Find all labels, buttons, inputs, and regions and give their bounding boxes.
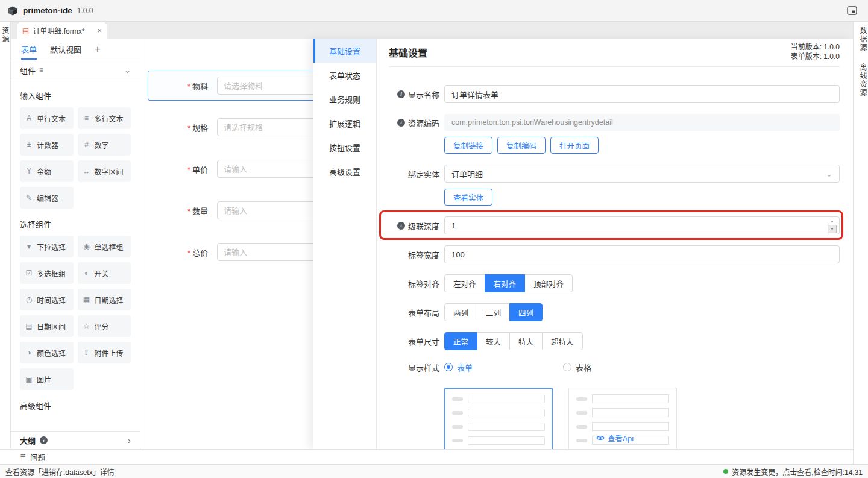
component-item-editor[interactable]: ✎编辑器 [20,187,74,209]
settings-content: 基础设置 当前版本: 1.0.0 表单版本: 1.0.0 i显示名称 i资源编码… [377,39,853,449]
component-panel: 表单 默认视图 + 组件 ≡ ⌄ 输入组件 A单行文本 ≡多行文本 ±计数器 #… [11,39,140,449]
components-header[interactable]: 组件 ≡ ⌄ [11,60,140,80]
size-normal-button[interactable]: 正常 [444,332,477,350]
color-picker-icon: ◑ [25,348,33,357]
status-right-text: 资源发生变更，点击查看,检查时间:14:31 [732,467,863,477]
copy-code-button[interactable]: 复制编码 [497,137,546,154]
component-item-color-picker[interactable]: ◑颜色选择 [20,342,74,363]
total-price-input[interactable] [217,243,313,261]
four-column-button[interactable]: 四列 [509,303,542,321]
resources-strip-label[interactable]: 资源 [0,27,10,43]
radio-table[interactable] [563,363,571,371]
copy-link-button[interactable]: 复制链接 [444,137,492,154]
window-layout-icon[interactable] [847,6,857,15]
view-api-link[interactable]: 查看Api [594,432,635,444]
size-xxlarge-button[interactable]: 超特大 [542,332,583,350]
editor-icon: ✎ [25,193,33,202]
form-size-group: 正常 较大 特大 超特大 [444,332,583,350]
section-title-select: 选择组件 [20,218,131,230]
amount-icon: ¥ [25,167,33,175]
component-item-number-range[interactable]: ↔数字区间 [78,160,131,182]
info-icon: i [397,90,405,98]
list-icon: ≣ [20,453,26,461]
component-item-multiline-text[interactable]: ≡多行文本 [78,107,131,129]
view-tabs: 表单 默认视图 + [11,39,140,60]
datasource-strip-label[interactable]: 数据源 [854,27,868,58]
outline-label: 大纲 [20,435,36,446]
component-item-switch[interactable]: ◐开关 [78,262,131,284]
canvas-field-quantity[interactable]: *数量 [140,201,313,219]
component-item-dropdown-select[interactable]: ▾下拉选择 [20,236,74,257]
canvas-field-spec[interactable]: *规格 [140,118,313,136]
spinner-down-icon[interactable]: ▾ [828,225,837,233]
settings-nav-basic[interactable]: 基础设置 [313,39,376,63]
components-menu-icon: ≡ [39,66,43,74]
status-right[interactable]: 资源发生变更，点击查看,检查时间:14:31 [723,467,863,477]
component-item-single-line-text[interactable]: A单行文本 [20,107,74,129]
canvas-field-unit-price[interactable]: *单价 [140,160,313,178]
multiline-text-icon: ≡ [83,114,91,122]
settings-nav-advanced[interactable]: 高级设置 [313,159,376,183]
align-right-button[interactable]: 右对齐 [485,274,526,292]
size-large-button[interactable]: 较大 [477,332,510,350]
component-item-counter[interactable]: ±计数器 [20,134,74,156]
align-top-button[interactable]: 顶部对齐 [524,274,573,292]
label-width-input[interactable] [444,245,840,263]
component-item-amount[interactable]: ¥金额 [20,160,74,182]
form-version: 表单版本: 1.0.0 [791,52,840,61]
table-style-preview-card[interactable]: 查看Api [568,388,677,449]
component-item-time-picker[interactable]: ◷时间选择 [20,289,74,310]
bind-entity-select[interactable]: 订单明细 ⌄ [444,165,840,183]
component-item-date-picker[interactable]: ▦日期选择 [78,289,131,310]
problems-bar[interactable]: ≣ 问题 [0,449,853,464]
tab-default-view[interactable]: 默认视图 [50,39,81,60]
canvas-field-material[interactable]: *物料 [140,77,313,95]
component-item-file-upload[interactable]: ⇧附件上传 [78,342,131,363]
material-input[interactable] [217,77,313,95]
canvas-field-total-price[interactable]: *总价 [140,243,313,261]
outline-expand-chevron-icon[interactable]: › [128,436,131,445]
component-item-date-range[interactable]: ▤日期区间 [20,315,74,337]
align-left-button[interactable]: 左对齐 [444,274,485,292]
cascade-depth-input[interactable] [444,216,840,234]
row-label-align: 标签对齐 左对齐 右对齐 顶部对齐 [389,274,840,292]
required-icon: * [187,82,190,91]
offline-resources-strip-label[interactable]: 离线资源 [854,63,868,97]
collapse-chevron-icon[interactable]: ⌄ [124,66,131,75]
quantity-input[interactable] [217,201,313,219]
time-picker-icon: ◷ [25,295,33,304]
outline-bar[interactable]: 大纲 i › [11,431,140,449]
size-xlarge-button[interactable]: 特大 [509,332,542,350]
close-tab-icon[interactable]: × [97,26,102,35]
two-column-button[interactable]: 两列 [444,303,477,321]
tab-form[interactable]: 表单 [21,39,37,60]
date-range-icon: ▤ [25,322,33,330]
row-display-name: i显示名称 [389,85,840,103]
settings-nav-business-rules[interactable]: 业务规则 [313,87,376,111]
three-column-button[interactable]: 三列 [477,303,510,321]
settings-nav-button-settings[interactable]: 按钮设置 [313,135,376,159]
settings-nav-form-state[interactable]: 表单状态 [313,63,376,87]
outline-info-icon: i [40,436,48,444]
app-title: primeton-ide [23,6,72,15]
component-item-radio-group[interactable]: ◉单选框组 [78,236,131,257]
component-item-number[interactable]: #数字 [78,134,131,156]
form-style-preview-card[interactable] [444,388,553,449]
open-page-button[interactable]: 打开页面 [550,137,599,154]
component-item-image[interactable]: ▣图片 [20,368,74,390]
status-left-text[interactable]: 查看资源「进销存.datasetx」详情 [5,467,115,477]
editor-tab-order-detail[interactable]: ▤ 订单明细.formx* × [17,22,107,39]
display-name-input[interactable] [444,85,840,103]
component-item-checkbox-group[interactable]: ☑多选框组 [20,262,74,284]
unit-price-input[interactable] [217,160,313,178]
spinner-up-icon[interactable]: ▴ [828,218,837,225]
add-view-button[interactable]: + [95,43,101,55]
settings-nav-extended-logic[interactable]: 扩展逻辑 [313,111,376,135]
spec-input[interactable] [217,118,313,136]
section-title-advanced: 高级组件 [20,400,131,411]
component-item-rating[interactable]: ☆评分 [78,315,131,337]
resources-side-strip[interactable]: 资源 [0,22,11,449]
row-cascade-depth: i级联深度 ▴ ▾ [389,216,840,234]
view-entity-button[interactable]: 查看实体 [444,189,492,206]
radio-form[interactable] [444,363,453,371]
